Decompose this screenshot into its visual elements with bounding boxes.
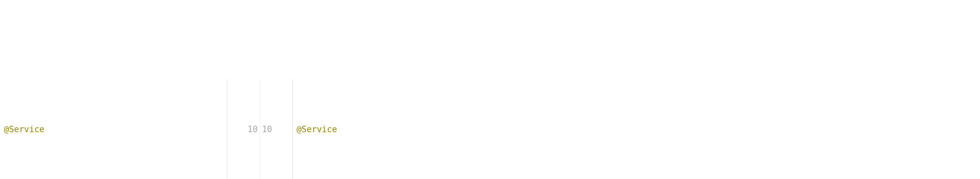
gutter-right[interactable]: 10 11 12 13 14 15 16 17 18 19 <box>260 79 293 179</box>
diff-viewer: @Service @RequiredArgsConstructor class … <box>0 79 980 179</box>
code-line[interactable]: @Service <box>0 120 227 139</box>
line-number-gutter: 10 11 12 13 14 15 16 17 18 19 10 11 12 1… <box>227 79 293 179</box>
gutter-left[interactable]: 10 11 12 13 14 15 16 17 18 19 <box>228 79 260 179</box>
line-number[interactable]: 10 <box>262 120 293 139</box>
annotation: @Service <box>297 120 337 139</box>
right-code-pane[interactable]: @Service @RequiredArgsConstructor class … <box>293 79 980 179</box>
code-line[interactable]: @Service <box>293 120 980 139</box>
annotation: @Service <box>4 120 44 139</box>
line-number[interactable]: 10 <box>228 120 258 139</box>
left-code-pane[interactable]: @Service @RequiredArgsConstructor class … <box>0 79 227 179</box>
